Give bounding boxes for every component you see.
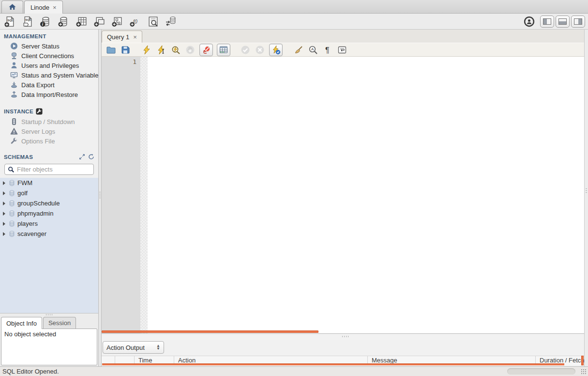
query-tab-label: Query 1 bbox=[107, 33, 129, 41]
schema-row-fwm[interactable]: FWM bbox=[0, 178, 98, 188]
warning-icon bbox=[10, 127, 18, 135]
instance-section-header: INSTANCE bbox=[0, 104, 98, 117]
execute-button[interactable] bbox=[141, 45, 152, 55]
output-horizontal-scrollbar[interactable] bbox=[102, 363, 564, 365]
expander-icon[interactable] bbox=[3, 222, 5, 226]
sidebar-item-client-connections[interactable]: Client Connections bbox=[0, 51, 98, 61]
rollback-cross-icon bbox=[255, 45, 265, 55]
db-inspector-button[interactable] bbox=[39, 15, 52, 28]
sidebar-item-label: Data Import/Restore bbox=[21, 91, 78, 98]
open-file-button[interactable] bbox=[106, 45, 116, 55]
sidebar-item-startup-shutdown[interactable]: Startup / Shutdown bbox=[0, 117, 98, 126]
sidebar-item-data-import[interactable]: Data Import/Restore bbox=[0, 90, 98, 99]
tab-session[interactable]: Session bbox=[43, 317, 76, 329]
expander-icon[interactable] bbox=[3, 191, 5, 195]
toggle-left-panel-button[interactable] bbox=[540, 16, 554, 28]
search-icon bbox=[8, 166, 15, 173]
toggle-autocommit-button[interactable] bbox=[269, 44, 283, 56]
resize-grip-icon[interactable] bbox=[581, 369, 587, 375]
expander-icon[interactable] bbox=[3, 202, 5, 205]
expand-icon[interactable] bbox=[79, 154, 85, 160]
create-procedure-button[interactable] bbox=[110, 15, 124, 28]
wrap-text-button[interactable] bbox=[337, 45, 347, 55]
show-invisibles-button[interactable] bbox=[322, 45, 333, 55]
db-inspector-icon bbox=[40, 16, 52, 28]
spinner-arrows-icon[interactable]: ▲▼ bbox=[156, 345, 160, 350]
horizontal-splitter[interactable] bbox=[102, 334, 584, 340]
create-function-icon bbox=[129, 16, 141, 28]
tab-object-info[interactable]: Object Info bbox=[1, 317, 42, 329]
find-button[interactable] bbox=[308, 45, 318, 55]
sidebar-item-server-status[interactable]: Server Status bbox=[0, 41, 98, 51]
schema-icon bbox=[8, 200, 15, 207]
beautify-button[interactable] bbox=[293, 45, 304, 55]
wrap-text-icon bbox=[337, 45, 347, 55]
status-text: SQL Editor Opened. bbox=[2, 368, 59, 375]
schema-row-golf[interactable]: golf bbox=[0, 188, 98, 198]
reconnect-db-button[interactable] bbox=[164, 15, 178, 28]
output-vertical-scrollbar[interactable] bbox=[581, 356, 584, 365]
schema-filter-input[interactable] bbox=[17, 166, 90, 173]
vertical-splitter[interactable] bbox=[98, 30, 102, 366]
toggle-left-panel-icon bbox=[543, 18, 551, 25]
create-function-button[interactable] bbox=[128, 15, 142, 28]
splitter-grip bbox=[586, 188, 587, 194]
connections-icon bbox=[10, 52, 18, 60]
sidebar-item-options-file[interactable]: Options File bbox=[0, 136, 98, 146]
schema-icon bbox=[8, 210, 15, 217]
save-button[interactable] bbox=[120, 45, 131, 55]
connection-tab[interactable]: Linode × bbox=[24, 0, 63, 14]
sidebar-item-label: Client Connections bbox=[21, 52, 74, 60]
line-number-gutter: 1 bbox=[102, 57, 140, 333]
editor-text-area[interactable] bbox=[148, 57, 584, 333]
sidebar-item-users-privileges[interactable]: Users and Privileges bbox=[0, 61, 98, 70]
toggle-bottom-panel-icon bbox=[558, 18, 567, 25]
expander-icon[interactable] bbox=[3, 212, 5, 216]
home-tab[interactable] bbox=[1, 0, 23, 13]
commit-check-icon bbox=[241, 45, 250, 55]
close-query-tab-icon[interactable]: × bbox=[132, 33, 137, 41]
home-icon bbox=[8, 2, 17, 12]
toggle-stop-on-error-button[interactable] bbox=[199, 44, 213, 56]
open-sql-script-button[interactable] bbox=[21, 15, 34, 28]
splitter-grip bbox=[342, 336, 349, 337]
sidebar-item-label: Startup / Shutdown bbox=[21, 118, 75, 125]
schema-icon bbox=[8, 230, 15, 237]
close-tab-icon[interactable]: × bbox=[52, 4, 57, 11]
query-tab[interactable]: Query 1 × bbox=[102, 31, 142, 43]
explain-button[interactable] bbox=[170, 45, 181, 55]
execute-current-button[interactable] bbox=[156, 45, 166, 55]
schemas-title: SCHEMAS bbox=[4, 154, 33, 160]
search-data-button[interactable] bbox=[146, 15, 160, 28]
sql-editor[interactable]: 1 bbox=[102, 57, 584, 334]
output-selector[interactable]: Action Output ▲▼ bbox=[103, 341, 164, 354]
editor-horizontal-scrollbar[interactable] bbox=[102, 330, 318, 333]
management-title: MANAGEMENT bbox=[4, 33, 46, 39]
toggle-right-panel-button[interactable] bbox=[571, 16, 585, 28]
output-panel: Action Output ▲▼ Time Action Message Dur… bbox=[102, 340, 584, 366]
pilcrow-icon bbox=[323, 45, 332, 55]
schema-row-phpmyadmin[interactable]: phpmyadmin bbox=[0, 208, 98, 219]
sql-editor-toolbar bbox=[102, 43, 584, 57]
create-view-button[interactable] bbox=[92, 15, 106, 28]
create-view-icon bbox=[93, 16, 106, 28]
sidebar-item-data-export[interactable]: Data Export bbox=[0, 80, 98, 90]
refresh-icon[interactable] bbox=[88, 154, 94, 160]
new-sql-tab-button[interactable] bbox=[3, 15, 16, 28]
sidebar-item-status-variables[interactable]: Status and System Variables bbox=[0, 70, 98, 80]
sidebar-item-label: Users and Privileges bbox=[21, 62, 79, 69]
toggle-bottom-panel-button[interactable] bbox=[556, 16, 570, 28]
create-schema-icon bbox=[58, 16, 70, 28]
user-icon bbox=[10, 62, 18, 69]
create-table-button[interactable] bbox=[75, 15, 88, 28]
user-account-button[interactable] bbox=[522, 15, 536, 28]
expander-icon[interactable] bbox=[3, 232, 5, 236]
sidebar-item-server-logs[interactable]: Server Logs bbox=[0, 126, 98, 136]
expander-icon[interactable] bbox=[3, 181, 5, 185]
schema-row-groupschedule[interactable]: groupSchedule bbox=[0, 198, 98, 208]
create-schema-button[interactable] bbox=[57, 15, 70, 28]
schema-row-scavenger[interactable]: scavenger bbox=[0, 229, 98, 239]
limit-rows-button[interactable] bbox=[217, 44, 230, 56]
query-tab-bar: Query 1 × bbox=[102, 30, 584, 43]
schema-row-players[interactable]: players bbox=[0, 219, 98, 229]
